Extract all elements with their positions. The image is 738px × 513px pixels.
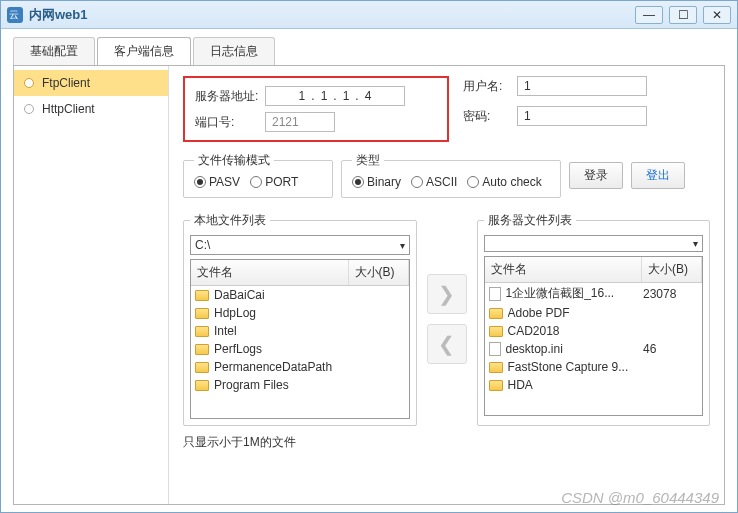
folder-icon <box>489 308 503 319</box>
chevron-down-icon: ▾ <box>693 238 698 249</box>
radio-binary[interactable]: Binary <box>352 175 401 189</box>
folder-icon <box>195 344 209 355</box>
table-row[interactable]: Intel <box>191 322 409 340</box>
local-table[interactable]: 文件名 大小(B) DaBaiCaiHdpLogIntelPerfLogsPer… <box>190 259 410 419</box>
tab-basic-config[interactable]: 基础配置 <box>13 37 95 65</box>
download-button[interactable]: ❮ <box>427 324 467 364</box>
radio-pasv[interactable]: PASV <box>194 175 240 189</box>
table-row[interactable]: PerfLogs <box>191 340 409 358</box>
tabs: 基础配置 客户端信息 日志信息 <box>1 29 737 65</box>
maximize-button[interactable]: ☐ <box>669 6 697 24</box>
tab-client-info[interactable]: 客户端信息 <box>97 37 191 65</box>
server-addr-label: 服务器地址: <box>195 88 265 105</box>
sidebar-item-ftpclient[interactable]: FtpClient <box>14 70 168 96</box>
folder-icon <box>489 380 503 391</box>
sidebar-item-httpclient[interactable]: HttpClient <box>14 96 168 122</box>
remote-legend: 服务器文件列表 <box>484 212 576 229</box>
local-path-select[interactable]: C:\▾ <box>190 235 410 255</box>
folder-icon <box>195 290 209 301</box>
col-filename[interactable]: 文件名 <box>191 260 349 285</box>
col-size[interactable]: 大小(B) <box>349 260 409 285</box>
radio-ascii[interactable]: ASCII <box>411 175 457 189</box>
minimize-button[interactable]: — <box>635 6 663 24</box>
close-button[interactable]: ✕ <box>703 6 731 24</box>
local-legend: 本地文件列表 <box>190 212 270 229</box>
port-input[interactable]: 2121 <box>265 112 335 132</box>
table-row[interactable]: desktop.ini46 <box>485 340 703 358</box>
username-input[interactable]: 1 <box>517 76 647 96</box>
main-panel: 服务器地址: 1. 1. 1. 4 端口号: 2121 <box>169 66 724 504</box>
radio-port[interactable]: PORT <box>250 175 298 189</box>
transfer-mode-group: 文件传输模式 PASV PORT <box>183 152 333 198</box>
col-size[interactable]: 大小(B) <box>642 257 702 282</box>
port-label: 端口号: <box>195 114 265 131</box>
remote-table[interactable]: 文件名 大小(B) 1企业微信截图_16...23078Adobe PDFCAD… <box>484 256 704 416</box>
table-row[interactable]: FastStone Capture 9... <box>485 358 703 376</box>
bullet-icon <box>24 104 34 114</box>
table-row[interactable]: DaBaiCai <box>191 286 409 304</box>
server-config-highlight: 服务器地址: 1. 1. 1. 4 端口号: 2121 <box>183 76 449 142</box>
sidebar-item-label: FtpClient <box>42 76 90 90</box>
file-icon <box>489 287 501 301</box>
folder-icon <box>195 362 209 373</box>
table-row[interactable]: CAD2018 <box>485 322 703 340</box>
folder-icon <box>195 308 209 319</box>
app-window: 内网web1 — ☐ ✕ 基础配置 客户端信息 日志信息 FtpClient H… <box>0 0 738 513</box>
bullet-icon <box>24 78 34 88</box>
server-ip-input[interactable]: 1. 1. 1. 4 <box>265 86 405 106</box>
credentials: 用户名: 1 密码: 1 <box>463 76 647 126</box>
chevron-down-icon: ▾ <box>400 240 405 251</box>
remote-path-select[interactable]: ▾ <box>484 235 704 252</box>
password-label: 密码: <box>463 108 517 125</box>
app-icon <box>7 7 23 23</box>
footer-note: 只显示小于1M的文件 <box>183 434 710 451</box>
transfer-arrows: ❯ ❮ <box>423 212 471 426</box>
logout-button[interactable]: 登出 <box>631 162 685 189</box>
table-row[interactable]: Program Files <box>191 376 409 394</box>
folder-icon <box>489 326 503 337</box>
table-row[interactable]: HdpLog <box>191 304 409 322</box>
username-label: 用户名: <box>463 78 517 95</box>
remote-file-list: 服务器文件列表 ▾ 文件名 大小(B) 1企业微信截图_16...23078Ad… <box>477 212 711 426</box>
table-row[interactable]: PermanenceDataPath <box>191 358 409 376</box>
local-file-list: 本地文件列表 C:\▾ 文件名 大小(B) DaBaiCaiHdpLogInte… <box>183 212 417 426</box>
table-row[interactable]: HDA <box>485 376 703 394</box>
col-filename[interactable]: 文件名 <box>485 257 643 282</box>
sidebar-item-label: HttpClient <box>42 102 95 116</box>
folder-icon <box>195 380 209 391</box>
folder-icon <box>195 326 209 337</box>
tab-log-info[interactable]: 日志信息 <box>193 37 275 65</box>
window-title: 内网web1 <box>29 6 635 24</box>
password-input[interactable]: 1 <box>517 106 647 126</box>
type-legend: 类型 <box>352 152 384 169</box>
upload-button[interactable]: ❯ <box>427 274 467 314</box>
radio-autocheck[interactable]: Auto check <box>467 175 541 189</box>
table-row[interactable]: 1企业微信截图_16...23078 <box>485 283 703 304</box>
table-row[interactable]: Adobe PDF <box>485 304 703 322</box>
login-button[interactable]: 登录 <box>569 162 623 189</box>
file-icon <box>489 342 501 356</box>
folder-icon <box>489 362 503 373</box>
titlebar: 内网web1 — ☐ ✕ <box>1 1 737 29</box>
sidebar: FtpClient HttpClient <box>14 66 169 504</box>
content-pane: FtpClient HttpClient 服务器地址: 1. 1. 1. 4 <box>13 65 725 505</box>
transfer-mode-legend: 文件传输模式 <box>194 152 274 169</box>
type-group: 类型 Binary ASCII Auto check <box>341 152 561 198</box>
